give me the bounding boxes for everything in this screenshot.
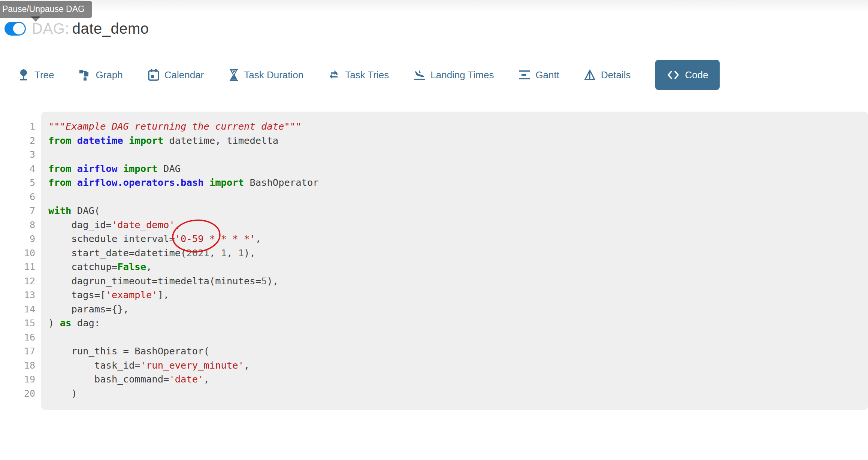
line-number: 2 xyxy=(0,134,35,148)
code-icon xyxy=(666,69,680,81)
code-line xyxy=(48,148,319,162)
repeat-icon xyxy=(328,69,340,81)
line-number: 9 xyxy=(0,232,35,246)
tab-label: Calendar xyxy=(164,69,204,81)
code-line: dag_id='date_demo', xyxy=(48,218,319,232)
dag-header: DAG:date_demo xyxy=(4,20,149,37)
code-line: run_this = BashOperator( xyxy=(48,344,319,358)
code-line: start_date=datetime(2021, 1, 1), xyxy=(48,246,319,260)
tab-label: Code xyxy=(685,69,708,81)
line-number: 14 xyxy=(0,302,35,317)
tab-task-duration[interactable]: Task Duration xyxy=(229,69,303,81)
tab-graph[interactable]: Graph xyxy=(79,69,123,81)
page-title: DAG:date_demo xyxy=(32,20,149,37)
tab-task-tries[interactable]: Task Tries xyxy=(328,69,389,81)
tab-label: Details xyxy=(601,69,630,81)
line-number: 8 xyxy=(0,218,35,232)
page-top-gradient xyxy=(0,0,868,12)
tab-calendar[interactable]: Calendar xyxy=(148,69,204,81)
line-number: 19 xyxy=(0,372,35,387)
line-number: 17 xyxy=(0,344,35,358)
dag-name: date_demo xyxy=(72,20,149,37)
tab-gantt[interactable]: Gantt xyxy=(518,69,559,81)
code-line: bash_command='date', xyxy=(48,372,319,387)
tab-label: Tree xyxy=(34,69,54,81)
gantt-bars-icon xyxy=(518,69,530,81)
line-number: 3 xyxy=(0,148,35,162)
line-number: 15 xyxy=(0,316,35,330)
line-number: 11 xyxy=(0,260,35,274)
tab-label: Task Duration xyxy=(244,69,303,81)
tab-details[interactable]: Details xyxy=(584,69,630,81)
tab-landing-times[interactable]: Landing Times xyxy=(414,69,494,81)
code-line: from airflow import DAG xyxy=(48,162,319,176)
code-line: dagrun_timeout=timedelta(minutes=5), xyxy=(48,274,319,288)
code-line: task_id='run_every_minute', xyxy=(48,358,319,373)
tab-tree[interactable]: Tree xyxy=(18,69,54,81)
line-number: 5 xyxy=(0,176,35,190)
line-number: 18 xyxy=(0,358,35,373)
code-line: catchup=False, xyxy=(48,260,319,274)
line-number: 4 xyxy=(0,162,35,176)
line-number: 12 xyxy=(0,274,35,288)
details-delta-icon xyxy=(584,69,596,81)
pause-unpause-toggle[interactable] xyxy=(4,22,26,36)
tab-label: Task Tries xyxy=(345,69,389,81)
code-line: ) as dag: xyxy=(48,316,319,330)
code-line: tags=['example'], xyxy=(48,288,319,302)
tab-label: Gantt xyxy=(535,69,559,81)
line-number: 6 xyxy=(0,190,35,204)
pause-tooltip-arrow xyxy=(31,16,40,22)
code-line: ) xyxy=(48,387,319,401)
tree-icon xyxy=(18,69,30,81)
dag-view-tabs: TreeGraphCalendarTask DurationTask Tries… xyxy=(18,60,720,90)
pause-tooltip: Pause/Unpause DAG xyxy=(0,1,92,18)
tab-code[interactable]: Code xyxy=(655,60,719,90)
code-line: schedule_interval='0-59 * * * *', xyxy=(48,232,319,246)
tab-label: Landing Times xyxy=(430,69,494,81)
line-number: 13 xyxy=(0,288,35,302)
dag-source-code: """Example DAG returning the current dat… xyxy=(48,119,319,400)
line-number: 7 xyxy=(0,204,35,218)
plane-landing-icon xyxy=(414,69,426,81)
line-number: 1 xyxy=(0,119,35,134)
tab-label: Graph xyxy=(96,69,123,81)
code-line: """Example DAG returning the current dat… xyxy=(48,119,319,134)
calendar-icon xyxy=(148,69,160,81)
line-number: 20 xyxy=(0,387,35,401)
code-line: from datetime import datetime, timedelta xyxy=(48,134,319,148)
code-line xyxy=(48,190,319,204)
graph-icon xyxy=(79,69,91,81)
hourglass-icon xyxy=(229,69,239,81)
code-line: with DAG( xyxy=(48,204,319,218)
line-number-gutter: 1234567891011121314151617181920 xyxy=(0,119,35,400)
line-number: 10 xyxy=(0,246,35,260)
line-number: 16 xyxy=(0,330,35,345)
code-line: params={}, xyxy=(48,302,319,317)
toggle-knob xyxy=(13,23,25,34)
code-line xyxy=(48,330,319,345)
dag-label: DAG: xyxy=(32,20,69,37)
code-line: from airflow.operators.bash import BashO… xyxy=(48,176,319,190)
